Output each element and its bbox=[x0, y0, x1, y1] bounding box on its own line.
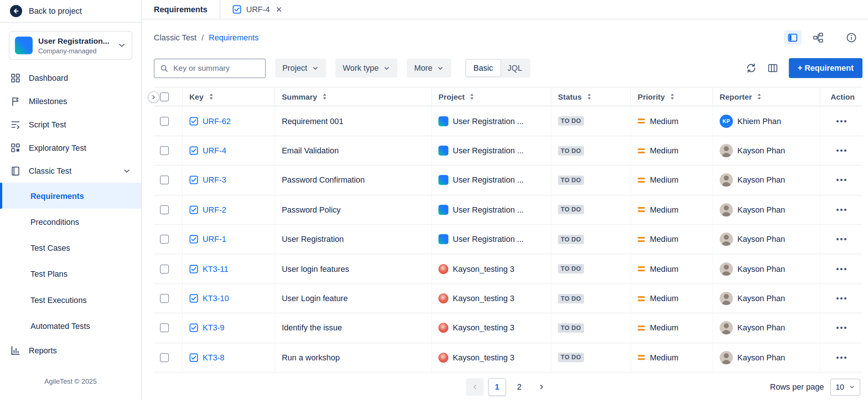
sidebar-item-test-plans[interactable]: Test Plans bbox=[0, 261, 141, 287]
row-actions-button[interactable] bbox=[833, 146, 850, 155]
sidebar-item-script-test[interactable]: Script Test bbox=[0, 113, 141, 136]
tab-label: Requirements bbox=[154, 5, 208, 14]
tab-urf-4[interactable]: URF-4 bbox=[220, 0, 295, 19]
row-actions-button[interactable] bbox=[833, 264, 850, 273]
column-label: Project bbox=[438, 93, 465, 101]
row-key-link[interactable]: URF-2 bbox=[203, 205, 226, 214]
sidebar-item-exploratory-test[interactable]: Exploratory Test bbox=[0, 136, 141, 160]
sidebar-item-dashboard[interactable]: Dashboard bbox=[0, 66, 141, 90]
row-actions-button[interactable] bbox=[833, 294, 850, 303]
sort-icon[interactable] bbox=[468, 93, 475, 100]
row-reporter: Kayson Phan bbox=[737, 176, 785, 185]
row-actions-button[interactable] bbox=[833, 117, 850, 126]
sort-icon[interactable] bbox=[669, 93, 676, 100]
select-all-checkbox[interactable] bbox=[160, 93, 169, 101]
sidebar-item-test-cases[interactable]: Test Cases bbox=[0, 235, 141, 261]
row-key-link[interactable]: KT3-11 bbox=[203, 264, 228, 273]
sidebar-item-preconditions[interactable]: Preconditions bbox=[0, 209, 141, 235]
status-badge: TO DO bbox=[558, 176, 584, 185]
tree-view-toggle[interactable] bbox=[809, 31, 827, 45]
columns-settings-button[interactable] bbox=[767, 63, 778, 74]
column-header-status[interactable]: Status bbox=[551, 88, 631, 106]
work-type-filter-dropdown[interactable]: Work type bbox=[335, 59, 397, 78]
sidebar-item-test-executions[interactable]: Test Executions bbox=[0, 287, 141, 313]
sidebar-subitem-label: Test Plans bbox=[30, 269, 67, 278]
column-header-priority[interactable]: Priority bbox=[631, 88, 713, 106]
row-key-link[interactable]: URF-62 bbox=[203, 117, 231, 126]
row-checkbox[interactable] bbox=[160, 235, 169, 244]
row-key-link[interactable]: KT3-9 bbox=[203, 324, 224, 333]
sidebar-item-classic-test[interactable]: Classic Test bbox=[0, 160, 141, 183]
row-key-link[interactable]: URF-4 bbox=[203, 146, 226, 155]
panel-view-toggle[interactable] bbox=[784, 31, 802, 45]
sort-icon[interactable] bbox=[207, 93, 214, 100]
row-checkbox[interactable] bbox=[160, 176, 169, 185]
table-header-row: Key Summary Project Status Priority Repo… bbox=[154, 88, 862, 107]
requirement-check-icon bbox=[189, 294, 198, 303]
sort-icon[interactable] bbox=[756, 93, 763, 100]
sidebar-footer: AgileTest © 2025 bbox=[0, 368, 141, 400]
row-actions-button[interactable] bbox=[833, 353, 850, 362]
page-2-button[interactable]: 2 bbox=[510, 378, 528, 396]
status-badge: TO DO bbox=[558, 205, 584, 214]
column-header-project[interactable]: Project bbox=[432, 88, 551, 106]
more-filter-dropdown[interactable]: More bbox=[407, 59, 451, 78]
new-requirement-button[interactable]: + Requirement bbox=[789, 59, 862, 79]
sidebar-item-reports[interactable]: Reports bbox=[0, 339, 141, 362]
page-1-button[interactable]: 1 bbox=[488, 378, 506, 396]
rows-per-page-select[interactable]: 10 bbox=[831, 379, 860, 396]
row-key-link[interactable]: URF-3 bbox=[203, 176, 226, 185]
requirement-check-icon bbox=[232, 5, 241, 14]
row-checkbox[interactable] bbox=[160, 324, 169, 333]
mode-jql[interactable]: JQL bbox=[500, 60, 530, 77]
status-badge: TO DO bbox=[558, 234, 584, 244]
sidebar-item-label: Exploratory Test bbox=[29, 143, 86, 152]
column-header-reporter[interactable]: Reporter bbox=[713, 88, 820, 106]
back-to-project-label: Back to project bbox=[29, 7, 82, 16]
row-checkbox[interactable] bbox=[160, 353, 169, 362]
column-header-summary[interactable]: Summary bbox=[275, 88, 432, 106]
row-key-link[interactable]: KT3-10 bbox=[203, 294, 229, 303]
columns-icon bbox=[767, 63, 778, 74]
table-row: KT3-8 Run a workshop Kayson_testing 3 TO… bbox=[154, 343, 862, 373]
sidebar-item-automated-tests[interactable]: Automated Tests bbox=[0, 313, 141, 339]
search-box[interactable] bbox=[154, 59, 266, 78]
row-key-link[interactable]: KT3-8 bbox=[203, 353, 224, 362]
row-checkbox[interactable] bbox=[160, 294, 169, 303]
project-switcher[interactable]: User Registration... Company-managed bbox=[9, 31, 132, 60]
refresh-button[interactable] bbox=[745, 63, 757, 74]
info-button[interactable] bbox=[842, 31, 860, 45]
row-key-link[interactable]: URF-1 bbox=[203, 235, 226, 244]
sidebar-item-requirements[interactable]: Requirements bbox=[0, 183, 141, 209]
project-filter-dropdown[interactable]: Project bbox=[275, 59, 326, 78]
row-actions-button[interactable] bbox=[833, 324, 850, 333]
next-page-button[interactable] bbox=[533, 378, 550, 396]
row-checkbox[interactable] bbox=[160, 205, 169, 214]
row-checkbox[interactable] bbox=[160, 264, 169, 273]
row-summary: Identify the issue bbox=[282, 324, 342, 333]
project-subtitle: Company-managed bbox=[38, 47, 112, 55]
sort-icon[interactable] bbox=[585, 93, 592, 100]
close-icon[interactable] bbox=[276, 6, 283, 13]
search-input[interactable] bbox=[172, 63, 260, 73]
breadcrumb-parent[interactable]: Classic Test bbox=[154, 33, 197, 42]
status-badge: TO DO bbox=[558, 264, 584, 273]
row-actions-button[interactable] bbox=[833, 205, 850, 214]
row-actions-button[interactable] bbox=[833, 176, 850, 185]
query-mode-toggle: Basic JQL bbox=[465, 59, 530, 78]
sort-icon[interactable] bbox=[321, 93, 328, 100]
tab-requirements[interactable]: Requirements bbox=[142, 0, 220, 19]
mode-basic[interactable]: Basic bbox=[466, 60, 500, 77]
row-checkbox[interactable] bbox=[160, 146, 169, 155]
row-checkbox[interactable] bbox=[160, 117, 169, 126]
previous-page-button[interactable] bbox=[466, 378, 484, 396]
column-header-key[interactable]: Key bbox=[183, 88, 275, 106]
row-actions-button[interactable] bbox=[833, 235, 850, 244]
sidebar-item-label: Milestones bbox=[29, 97, 67, 106]
table-row: KT3-11 User login features Kayson_testin… bbox=[154, 254, 862, 284]
sidebar-item-milestones[interactable]: Milestones bbox=[0, 90, 141, 113]
status-badge: TO DO bbox=[558, 323, 584, 333]
reporter-avatar: KP bbox=[720, 114, 733, 128]
back-to-project-button[interactable]: Back to project bbox=[0, 0, 141, 23]
row-summary: User Registration bbox=[282, 235, 344, 244]
